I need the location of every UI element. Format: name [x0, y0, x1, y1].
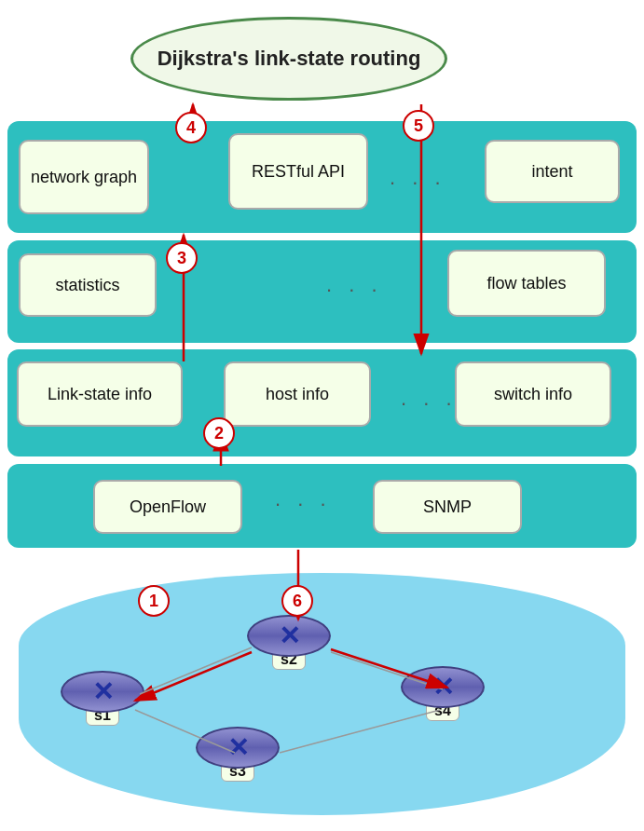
number-5: 5	[403, 110, 434, 142]
switch-s3-body	[196, 727, 280, 769]
dijkstra-label: Dijkstra's link-state routing	[158, 47, 421, 71]
restful-api-box: RESTful API	[228, 133, 368, 210]
switch-s2-body	[247, 615, 331, 657]
network-graph-label: network graph	[31, 168, 137, 187]
snmp-box: SNMP	[373, 480, 522, 534]
switch-info-label: switch info	[494, 385, 572, 404]
switch-info-box: switch info	[455, 361, 611, 427]
number-2: 2	[203, 417, 235, 449]
intent-box: intent	[485, 140, 620, 203]
switch-s3: s3	[196, 727, 280, 782]
switch-s1: s1	[61, 671, 144, 726]
linkstate-info-box: Link-state info	[17, 361, 183, 427]
statistics-label: statistics	[55, 276, 119, 295]
dots-middle: · · ·	[326, 278, 383, 302]
dots-top: · · ·	[390, 170, 446, 195]
number-3: 3	[166, 242, 198, 274]
openflow-label: OpenFlow	[130, 497, 206, 517]
openflow-box: OpenFlow	[93, 480, 242, 534]
dots-protocol: · · ·	[275, 492, 332, 516]
restful-api-label: RESTful API	[252, 162, 345, 182]
host-info-box: host info	[224, 361, 371, 427]
dijkstra-ellipse: Dijkstra's link-state routing	[130, 17, 447, 101]
number-6: 6	[281, 585, 313, 617]
host-info-label: host info	[266, 385, 329, 404]
statistics-box: statistics	[19, 253, 157, 317]
switch-s4: s4	[401, 666, 485, 721]
number-1: 1	[138, 585, 170, 617]
intent-label: intent	[531, 162, 572, 182]
flow-tables-box: flow tables	[447, 250, 606, 317]
diagram: Dijkstra's link-state routing network gr…	[0, 0, 644, 831]
switch-s4-body	[401, 666, 485, 708]
dots-lower: · · ·	[401, 391, 458, 416]
network-graph-box: network graph	[19, 140, 149, 214]
number-4: 4	[175, 112, 207, 143]
snmp-label: SNMP	[423, 497, 472, 517]
switch-s2: s2	[247, 615, 331, 670]
switch-s1-body	[61, 671, 144, 713]
flow-tables-label: flow tables	[486, 274, 566, 293]
linkstate-info-label: Link-state info	[48, 385, 152, 404]
